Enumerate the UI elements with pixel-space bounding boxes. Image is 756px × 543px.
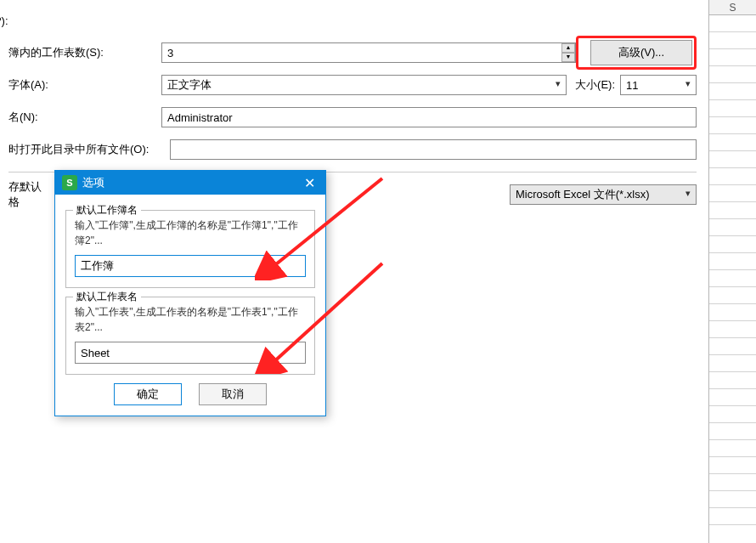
opendir-input[interactable] (170, 139, 697, 160)
column-header[interactable]: S (709, 0, 756, 15)
font-value: 正文字体 (167, 77, 212, 93)
saveformat-value: Microsoft Excel 文件(*.xlsx) (516, 187, 649, 202)
sheets-spinner[interactable]: ▲ ▼ (161, 42, 576, 63)
dialog-title: 选项 (82, 175, 104, 190)
group1-label: 默认工作簿名 (73, 203, 141, 218)
cell[interactable] (709, 457, 756, 474)
cell[interactable] (709, 66, 756, 83)
cell[interactable] (709, 372, 756, 389)
cell[interactable] (709, 83, 756, 100)
cell[interactable] (709, 202, 756, 219)
cell[interactable] (709, 423, 756, 440)
opendir-label: 时打开此目录中所有文件(O): (8, 142, 170, 157)
advanced-highlight: 高级(V)... (576, 36, 697, 70)
group-sheet-name: 默认工作表名 输入"工作表",生成工作表的名称是"工作表1","工作表2"... (65, 297, 315, 375)
cell[interactable] (709, 287, 756, 304)
font-label: 字体(A): (8, 77, 161, 93)
font-select[interactable]: 正文字体 (161, 75, 567, 95)
cell[interactable] (709, 508, 756, 525)
spinner-up-icon[interactable]: ▲ (561, 43, 575, 53)
cell[interactable] (709, 389, 756, 406)
group1-desc: 输入"工作簿",生成工作簿的名称是"工作簿1","工作簿2"... (75, 218, 306, 248)
cell[interactable] (709, 134, 756, 151)
cell[interactable] (709, 253, 756, 270)
group2-label: 默认工作表名 (73, 290, 141, 304)
dialog-titlebar[interactable]: S 选项 ✕ (55, 171, 325, 195)
cell[interactable] (709, 117, 756, 134)
saveformat-label: 存默认格 (8, 179, 58, 210)
close-icon[interactable]: ✕ (300, 175, 319, 191)
size-value: 11 (626, 79, 638, 92)
advanced-button[interactable]: 高级(V)... (590, 40, 692, 65)
cell[interactable] (709, 219, 756, 236)
ok-button[interactable]: 确定 (114, 383, 182, 405)
group2-desc: 输入"工作表",生成工作表的名称是"工作表1","工作表2"... (75, 304, 306, 335)
cell[interactable] (709, 100, 756, 117)
cell[interactable] (709, 168, 756, 185)
name-input[interactable] (161, 107, 697, 127)
group-workbook-name: 默认工作簿名 输入"工作簿",生成工作簿的名称是"工作簿1","工作簿2"... (65, 210, 315, 288)
cell[interactable] (709, 32, 756, 49)
sheet-name-input[interactable] (75, 342, 306, 364)
saveformat-select[interactable]: Microsoft Excel 文件(*.xlsx) (510, 184, 697, 205)
cell[interactable] (709, 474, 756, 491)
cell[interactable] (709, 49, 756, 66)
options-dialog: S 选项 ✕ 默认工作簿名 输入"工作簿",生成工作簿的名称是"工作簿1","工… (54, 170, 326, 416)
cell[interactable] (709, 491, 756, 508)
cell[interactable] (709, 270, 756, 287)
cell[interactable] (709, 338, 756, 355)
cell[interactable] (709, 304, 756, 321)
name-label: 名(N): (8, 110, 161, 125)
cell[interactable] (709, 15, 756, 32)
app-icon: S (62, 175, 77, 190)
sheets-label: 簿内的工作表数(S): (8, 45, 161, 60)
cell[interactable] (709, 321, 756, 338)
sheets-input[interactable] (161, 42, 576, 63)
cancel-button[interactable]: 取消 (199, 383, 267, 405)
size-label: 大小(E): (575, 77, 615, 93)
cell[interactable] (709, 406, 756, 423)
cell[interactable] (709, 355, 756, 372)
workbook-name-input[interactable] (75, 255, 306, 277)
cell[interactable] (709, 185, 756, 202)
spinner-down-icon[interactable]: ▼ (561, 53, 575, 62)
cell[interactable] (709, 440, 756, 457)
cell[interactable] (709, 151, 756, 168)
spreadsheet-column: S (708, 0, 756, 543)
size-select[interactable]: 11 (620, 75, 697, 95)
cell[interactable] (709, 236, 756, 253)
row0-label: (?): (0, 14, 144, 27)
